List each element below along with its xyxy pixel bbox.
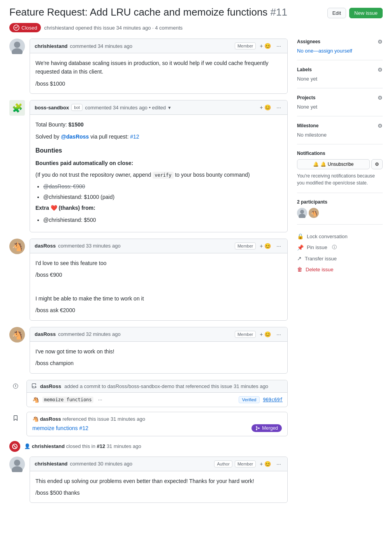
issue-number: #11 <box>271 6 287 18</box>
ref-event-row: 🐴 dasRoss referenced this issue 31 minut… <box>32 416 282 422</box>
comment-box: boss-sandbox bot commented 34 minutes ag… <box>30 100 288 232</box>
timeline-event-reference: 🐴 dasRoss referenced this issue 31 minut… <box>9 412 288 436</box>
pr-title-link[interactable]: memoize functions <box>32 425 78 431</box>
participant-avatar-2[interactable]: 🐴 <box>309 208 319 218</box>
labels-header: Labels ⚙ <box>297 67 383 73</box>
sidebar-assignees: Assignees ⚙ No one—assign yourself <box>297 39 383 60</box>
commit-actor-link[interactable]: dasRoss <box>40 383 61 389</box>
issue-header: Feature Request: Add LRU cache and memoi… <box>9 6 383 18</box>
projects-gear-button[interactable]: ⚙ <box>378 95 383 101</box>
unsubscribe-label: 🔔 Unsubscribe <box>320 162 353 167</box>
lock-conversation-link[interactable]: 🔒 Lock conversation <box>297 231 383 242</box>
comment-author-info: dasRoss commented 32 minutes ago <box>35 331 121 337</box>
add-reaction-button[interactable]: + 😊 <box>258 242 272 250</box>
svg-text:🐴: 🐴 <box>12 241 23 252</box>
comment-menu-button[interactable]: ··· <box>275 242 283 250</box>
comment-header: dasRoss commented 33 minutes ago Member … <box>30 239 287 253</box>
milestone-title: Milestone <box>297 123 318 128</box>
labels-gear-button[interactable]: ⚙ <box>378 67 383 73</box>
commit-message: memoize functions <box>42 397 93 402</box>
new-issue-button[interactable]: New issue <box>349 8 383 18</box>
comment-menu-button[interactable]: ··· <box>275 460 283 468</box>
bot-badge: bot <box>71 104 83 111</box>
assignees-header: Assignees ⚙ <box>297 39 383 45</box>
pin-icon: 📌 <box>297 244 304 251</box>
comment-author-link[interactable]: chrishiestand <box>35 461 68 467</box>
avatar: 🐴 <box>9 239 25 254</box>
delete-label: Delete issue <box>306 267 334 272</box>
page-title: Feature Request: Add LRU cache and memoi… <box>9 6 321 18</box>
closed-text: 👤 chrishiestand closed this in #12 31 mi… <box>24 443 141 449</box>
add-reaction-button[interactable]: + 😊 <box>258 104 272 111</box>
milestone-gear-button[interactable]: ⚙ <box>378 123 383 129</box>
verified-badge: Verified <box>239 396 260 403</box>
closing-ref-link[interactable]: #12 <box>97 443 105 449</box>
comment-author-link[interactable]: dasRoss <box>35 243 56 249</box>
comment-body: We're having database scaling issues in … <box>30 53 287 93</box>
timeline: chrishiestand commented 34 minutes ago M… <box>9 39 288 509</box>
bot-comment-body: Total Bounty: $1500 Solved by @dasRoss v… <box>30 115 287 232</box>
comment-box: chrishiestand commented 30 minutes ago A… <box>30 457 288 503</box>
comment-author-link[interactable]: boss-sandbox <box>35 105 69 111</box>
bookmark-icon <box>12 415 19 421</box>
labels-title: Labels <box>297 67 312 72</box>
comment-menu-button[interactable]: ··· <box>275 42 283 50</box>
closed-icon <box>9 441 20 452</box>
pin-issue-link[interactable]: 📌 Pin issue ⓘ <box>297 242 383 253</box>
member-badge: Member <box>235 42 256 49</box>
title-text: Feature Request: Add LRU cache and memoi… <box>9 6 267 18</box>
participants-title: 2 participants <box>297 199 327 205</box>
pr-number-link[interactable]: #12 <box>79 425 88 431</box>
comment-actions: Member + 😊 ··· <box>235 330 283 338</box>
sidebar-milestone: Milestone ⚙ No milestone <box>297 116 383 144</box>
commit-info: 🐴 memoize functions ··· <box>32 396 104 404</box>
timeline-event-commit: dasRoss added a commit to dasRoss/boss-s… <box>9 380 288 407</box>
member-badge: Member <box>235 460 256 467</box>
comment-author-link[interactable]: dasRoss <box>35 331 56 337</box>
add-reaction-button[interactable]: + 😊 <box>258 460 272 468</box>
transfer-issue-link[interactable]: ↗ Transfer issue <box>297 253 383 264</box>
svg-point-16 <box>300 210 304 214</box>
comment-card-last: chrishiestand commented 30 minutes ago A… <box>9 457 288 503</box>
comment-card: chrishiestand commented 34 minutes ago M… <box>9 39 288 94</box>
comment-body: This ended up solving our problems even … <box>30 471 287 503</box>
delete-issue-link[interactable]: 🗑 Delete issue <box>297 264 383 275</box>
assign-yourself-link[interactable]: No one—assign yourself <box>297 48 352 54</box>
milestone-header: Milestone ⚙ <box>297 123 383 129</box>
participant-avatar-1[interactable] <box>297 208 307 218</box>
closer-link[interactable]: chrishiestand <box>32 443 65 449</box>
add-reaction-button[interactable]: + 😊 <box>258 330 272 338</box>
notifications-header: Notifications <box>297 151 383 156</box>
reference-marker <box>9 412 22 424</box>
ref-body: memoize functions #12 Merged <box>32 424 282 432</box>
commit-hash-link[interactable]: 969c69f <box>263 397 283 402</box>
edit-button[interactable]: Edit <box>327 8 346 18</box>
main-layout: chrishiestand commented 34 minutes ago M… <box>9 39 383 509</box>
comment-author-info: chrishiestand commented 30 minutes ago <box>35 461 132 467</box>
avatar <box>9 457 25 472</box>
assignees-value: No one—assign yourself <box>297 48 383 54</box>
svg-line-11 <box>14 445 16 448</box>
sidebar-projects: Projects ⚙ None yet <box>297 88 383 116</box>
unsubscribe-button[interactable]: 🔔 🔔 Unsubscribe <box>297 159 370 169</box>
status-badge-text: Closed <box>21 25 37 31</box>
status-badge: Closed <box>9 23 41 32</box>
transfer-label: Transfer issue <box>305 256 337 262</box>
comment-menu-button[interactable]: ··· <box>275 330 283 338</box>
comment-box: chrishiestand commented 34 minutes ago M… <box>30 39 288 94</box>
avatar <box>9 39 25 54</box>
sidebar-actions: 🔒 Lock conversation 📌 Pin issue ⓘ ↗ Tran… <box>297 225 383 281</box>
notifications-gear-button[interactable]: ⚙ <box>371 159 383 169</box>
commit-expand-button[interactable]: ··· <box>97 396 104 403</box>
comment-card: 🐴 dasRoss commented 33 minutes ago Membe… <box>9 239 288 321</box>
commit-event-body: 🐴 memoize functions ··· Verified 969c69f <box>27 393 287 407</box>
avatar: 🧩 <box>9 100 25 116</box>
comment-header: chrishiestand commented 34 minutes ago M… <box>30 39 287 53</box>
add-reaction-button[interactable]: + 😊 <box>258 42 272 50</box>
ref-actor-link[interactable]: dasRoss <box>40 416 61 422</box>
labels-value: None yet <box>297 76 383 82</box>
assignees-gear-button[interactable]: ⚙ <box>378 39 383 45</box>
comment-author-link[interactable]: chrishiestand <box>35 43 68 49</box>
projects-header: Projects ⚙ <box>297 95 383 101</box>
comment-menu-button[interactable]: ··· <box>275 104 283 111</box>
